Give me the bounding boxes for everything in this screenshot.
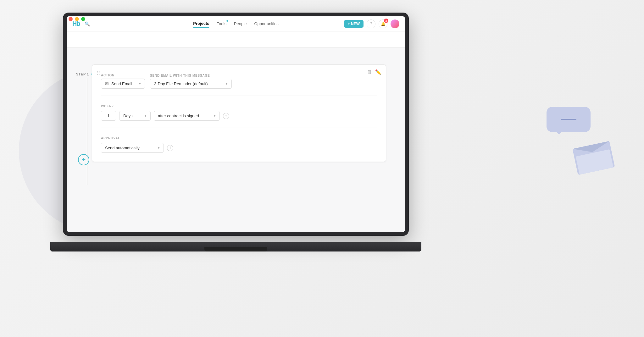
nav-people[interactable]: People [234,20,247,27]
card-actions: 🗑 ✏️ [367,69,381,75]
maximize-button[interactable] [81,17,85,21]
search-icon[interactable]: 🔍 [85,21,90,26]
nav-opportunities[interactable]: Opportunities [254,20,278,27]
timeline-line [87,78,87,185]
nav-links: Projects Tools People Opportunities [193,20,278,28]
message-label: SEND EMAIL WITH THIS MESSAGE [150,74,232,77]
approval-label: APPROVAL [101,136,120,140]
approval-row: Send automatically ▾ ℹ [101,143,377,153]
when-unit-select[interactable]: Days ▾ [119,111,151,121]
add-step-button[interactable]: + [78,154,89,165]
approval-info-icon[interactable]: ℹ [167,145,173,151]
new-button[interactable]: + NEW [344,20,364,28]
when-unit-chevron-down-icon: ▾ [145,114,147,118]
navbar: Hb 🔍 Projects Tools People Opportunities… [67,16,405,31]
when-info-icon[interactable]: ? [223,113,229,119]
approval-select[interactable]: Send automatically ▾ [101,143,164,153]
when-condition-value: after contract is signed [158,113,211,118]
email-icon: ✉ [105,81,109,86]
when-condition-select[interactable]: after contract is signed ▾ [154,111,220,121]
edit-icon[interactable]: ✏️ [375,69,381,75]
message-chevron-down-icon: ▾ [226,82,228,86]
sub-header [67,31,405,48]
when-label: WHEN? [101,104,114,108]
speech-bubble [547,107,591,132]
action-label: ACTION [101,74,145,77]
bubble-line [561,119,576,120]
delete-icon[interactable]: 🗑 [367,69,372,75]
message-field: SEND EMAIL WITH THIS MESSAGE 3-Day File … [150,74,232,89]
envelope [572,141,615,175]
laptop-screen: Hb 🔍 Projects Tools People Opportunities… [67,16,405,232]
notification-count: 2 [384,19,388,23]
nav-projects[interactable]: Projects [193,20,209,28]
scene: Hb 🔍 Projects Tools People Opportunities… [0,0,644,337]
laptop-notch [204,247,267,251]
envelope-inner [576,149,613,174]
message-select[interactable]: 3-Day File Reminder (default) ▾ [150,79,232,89]
message-select-value: 3-Day File Reminder (default) [154,81,223,86]
action-field: ACTION ✉ Send Email ▾ [101,74,145,89]
avatar[interactable] [391,19,399,28]
page-content: STEP 1 ⠿ 🗑 ✏️ [67,31,405,232]
approval-section: APPROVAL Send automatically ▾ ℹ [101,135,377,153]
envelope-decoration [575,145,613,171]
when-row: 1 Days ▾ after contract is signed ▾ ? [101,111,377,121]
action-chevron-down-icon: ▾ [139,82,141,86]
step-card: ⠿ 🗑 ✏️ ACTION [92,64,386,162]
approval-chevron-down-icon: ▾ [158,146,160,150]
when-number-input[interactable]: 1 [101,111,116,121]
when-unit-value: Days [123,113,142,118]
when-condition-chevron-down-icon: ▾ [214,114,216,118]
laptop-base [50,242,421,251]
drag-handle[interactable]: ⠿ [97,70,101,76]
app-logo: Hb [72,20,80,27]
traffic-lights [69,17,85,21]
notifications-icon[interactable]: 🔔 2 [379,19,387,28]
action-message-row: ACTION ✉ Send Email ▾ SEND EMAIL WITH TH… [101,74,377,89]
laptop: Hb 🔍 Projects Tools People Opportunities… [63,13,415,251]
step-label: STEP 1 [76,72,89,76]
plus-icon: + [82,156,86,164]
action-select[interactable]: ✉ Send Email ▾ [101,79,145,89]
nav-tools[interactable]: Tools [217,20,226,27]
user-icon[interactable]: ? [367,19,375,28]
minimize-button[interactable] [75,17,79,21]
action-section: ACTION ✉ Send Email ▾ SEND EMAIL WITH TH… [101,74,377,96]
nav-right: + NEW ? 🔔 2 [344,19,399,28]
close-button[interactable] [69,17,73,21]
screen-bezel: Hb 🔍 Projects Tools People Opportunities… [63,13,409,236]
when-section: WHEN? 1 Days ▾ after contract is signed … [101,103,377,128]
action-select-value: Send Email [111,81,136,86]
approval-select-value: Send automatically [105,146,155,150]
